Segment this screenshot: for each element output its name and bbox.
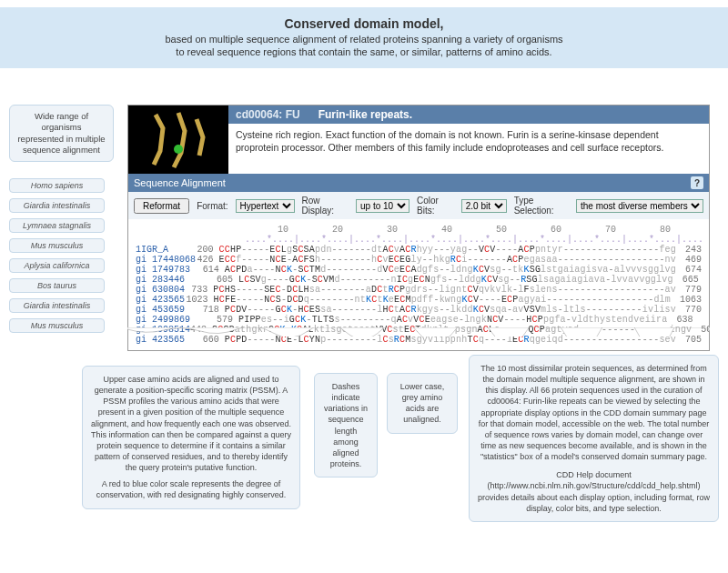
structure-thumbnail[interactable] xyxy=(128,106,228,174)
header-banner: Conserved domain model, based on multipl… xyxy=(0,7,728,68)
sequence: PIPPes--iGCK-TLTSs---------qACvVCEeagse-… xyxy=(238,315,667,325)
sequence: PCDV-----GCK-HCESsa--------lHCtACRkgys--… xyxy=(225,305,676,315)
organism-label: Mus musculus xyxy=(9,238,105,253)
start-pos: 718 xyxy=(197,305,225,315)
start-pos: 1023 xyxy=(187,295,214,305)
accession[interactable]: gi 17448068 xyxy=(136,255,196,265)
ruler-numbers: 10 20 30 40 50 60 70 80 xyxy=(245,225,702,235)
end-pos: 469 xyxy=(676,255,702,265)
accession[interactable]: gi 453659 xyxy=(136,305,197,315)
row-display-label: Row Display: xyxy=(302,196,349,216)
sequence: CCHP-----ECLgSCSApdn-------dtACvACRhyy--… xyxy=(219,245,676,255)
domain-name: Furin-like repeats. xyxy=(318,108,412,121)
end-pos: 638 xyxy=(667,315,693,325)
help-icon[interactable]: ? xyxy=(691,176,703,189)
organism-label: Bos taurus xyxy=(9,278,105,293)
start-pos: 614 xyxy=(197,265,225,275)
type-selection-select[interactable]: the most diverse members xyxy=(576,199,703,213)
format-label: Format: xyxy=(197,201,228,211)
callout-uppercase: Upper case amino acids are aligned and u… xyxy=(82,366,300,509)
accession[interactable]: gi 423565 xyxy=(136,295,187,305)
end-pos: 779 xyxy=(676,285,702,295)
format-select[interactable]: Hypertext xyxy=(236,199,295,213)
callout-organisms: Wide range of organisms represented in m… xyxy=(9,105,114,162)
type-selection-label: Type Selection: xyxy=(514,196,569,216)
alignment-row: gi 1749783614ACPDa----NCK-SCTMd---------… xyxy=(136,265,702,275)
alignment-row: gi 453659718PCDV-----GCK-HCESsa--------l… xyxy=(136,305,702,315)
domain-header: cd00064: FU Furin-like repeats. Cysteine… xyxy=(128,106,709,174)
sequence: HCFE-----NCS-DCDq--------ntKCtKeECMpdff-… xyxy=(214,295,671,305)
end-pos: 674 xyxy=(676,265,702,275)
accession[interactable]: 1IGR_A xyxy=(136,245,192,255)
alignment-row: gi 17448068426ECCf-----NCE-ACFSh--------… xyxy=(136,255,702,265)
sequence: LCSVg----GCK-SCVMd---------nICgECNgfs--l… xyxy=(238,275,673,285)
organism-label: Aplysia californica xyxy=(9,258,105,273)
organism-label: Homo sapiens xyxy=(9,178,105,193)
sequence: PCHS-----SEC-DCLHsa--------aDCtRCPgdrs--… xyxy=(213,285,676,295)
organism-label: Giardia intestinalis xyxy=(9,198,105,213)
color-bits-select[interactable]: 2.0 bit xyxy=(461,199,507,213)
color-bits-label: Color Bits: xyxy=(417,196,454,216)
start-pos: 426 xyxy=(196,255,219,265)
seq-bar-label: Sequence Alignment xyxy=(134,177,226,188)
start-pos: 733 xyxy=(188,285,214,295)
domain-description: Cysteine rich region. Exact function of … xyxy=(228,124,709,158)
alignment-row: gi 2499869579PIPPes--iGCK-TLTSs---------… xyxy=(136,315,702,325)
page-subtitle-2: to reveal sequence regions that contain … xyxy=(36,45,692,58)
accession[interactable]: gi 283446 xyxy=(136,275,207,285)
accession[interactable]: gi 1749783 xyxy=(136,265,197,275)
svg-point-1 xyxy=(174,145,183,154)
alignment-row: gi 630804733PCHS-----SEC-DCLHsa--------a… xyxy=(136,285,702,295)
torn-edge xyxy=(127,327,710,337)
sequence: ACPDa----NCK-SCTMd---------dVCeECAdgfs--… xyxy=(225,265,676,275)
end-pos: 243 xyxy=(676,245,702,255)
alignment-panel: cd00064: FU Furin-like repeats. Cysteine… xyxy=(127,105,710,351)
callout-dissimilar: The 10 most dissimilar protein sequences… xyxy=(469,355,719,522)
organism-label: Lymnaea stagnalis xyxy=(9,218,105,233)
row-display-select[interactable]: up to 10 xyxy=(356,199,410,213)
domain-id: cd00064: FU xyxy=(236,108,300,121)
alignment-controls: Reformat Format: Hypertext Row Display: … xyxy=(128,192,709,219)
sequence: ECCf-----NCE-ACFSh---------hCvECEGly--hk… xyxy=(219,255,676,265)
end-pos: 1063 xyxy=(671,295,702,305)
start-pos: 579 xyxy=(207,315,238,325)
accession[interactable]: gi 630804 xyxy=(136,285,188,295)
page-subtitle-1: based on multiple sequence alignment of … xyxy=(36,33,692,45)
start-pos: 200 xyxy=(192,245,218,255)
page-title: Conserved domain model, xyxy=(36,16,692,31)
sequence-alignment-bar: Sequence Alignment ? xyxy=(128,174,709,192)
organism-label: Giardia intestinalis xyxy=(9,298,105,313)
ruler-ticks: ....*....|....*....|....*....|....*....|… xyxy=(245,235,702,245)
callout-lowercase: Lower case, grey amino acids are unalign… xyxy=(387,373,458,434)
reformat-button[interactable]: Reformat xyxy=(134,198,189,214)
organism-label: Mus musculus xyxy=(9,318,105,333)
callout-dashes: Dashes indicate variations in sequence l… xyxy=(314,373,378,478)
start-pos: 605 xyxy=(207,275,238,285)
alignment-row: gi 4235651023HCFE-----NCS-DCDq--------nt… xyxy=(136,295,702,305)
end-pos: 770 xyxy=(676,305,702,315)
alignment-row: gi 283446605LCSVg----GCK-SCVMd---------n… xyxy=(136,275,702,285)
accession[interactable]: gi 2499869 xyxy=(136,315,207,325)
end-pos: 665 xyxy=(673,275,699,285)
domain-title-bar: cd00064: FU Furin-like repeats. xyxy=(228,106,709,124)
alignment-row: 1IGR_A200CCHP-----ECLgSCSApdn-------dtAC… xyxy=(136,245,702,255)
